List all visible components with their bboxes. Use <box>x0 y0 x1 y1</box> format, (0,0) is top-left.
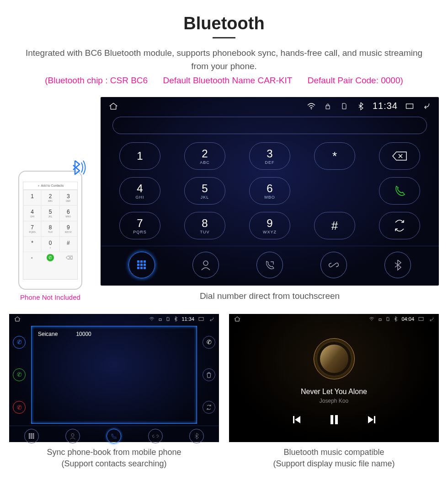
sd-icon <box>340 102 349 111</box>
nav-contacts[interactable] <box>192 252 219 278</box>
backspace-key[interactable] <box>379 142 420 170</box>
list-item[interactable]: Seicane 10000 <box>38 331 190 337</box>
back-icon[interactable] <box>208 316 214 322</box>
phone-key: 0+ <box>41 237 59 252</box>
contact-name: Seicane <box>38 331 58 337</box>
svg-rect-30 <box>293 416 294 423</box>
svg-point-26 <box>71 433 74 436</box>
number-display <box>112 117 427 134</box>
dialer-caption: Dial number direct from touchscreen <box>101 291 439 301</box>
svg-rect-1 <box>326 106 330 109</box>
home-icon[interactable] <box>234 316 241 322</box>
svg-rect-9 <box>137 267 139 269</box>
phone-key: 1 <box>23 190 41 205</box>
nav-contacts[interactable] <box>65 429 80 443</box>
svg-point-0 <box>311 108 312 109</box>
svg-rect-32 <box>335 415 338 424</box>
bluetooth-waves-icon <box>67 156 90 179</box>
back-icon[interactable] <box>421 102 431 111</box>
svg-point-27 <box>372 320 372 320</box>
call-incoming-icon[interactable]: ✆ <box>13 336 26 349</box>
spacer <box>314 177 355 205</box>
svg-rect-16 <box>199 318 203 321</box>
nav-pair[interactable] <box>320 252 347 278</box>
svg-rect-11 <box>144 267 146 269</box>
dial-key-*[interactable]: * <box>314 142 355 170</box>
phone-key: * <box>23 237 41 252</box>
dial-key-1[interactable]: 1 <box>119 142 160 170</box>
dial-key-6[interactable]: 6MBO <box>249 177 290 205</box>
svg-rect-20 <box>29 435 30 437</box>
svg-line-13 <box>332 264 336 266</box>
recent-apps-icon[interactable] <box>198 317 204 321</box>
dial-key-3[interactable]: 3DEF <box>249 142 290 170</box>
svg-rect-4 <box>140 260 143 263</box>
svg-rect-10 <box>140 267 143 269</box>
nav-dialpad[interactable] <box>128 252 155 278</box>
nav-dialpad[interactable] <box>24 429 39 443</box>
swap-key[interactable] <box>379 212 420 239</box>
status-time: 04:04 <box>401 316 414 322</box>
music-caption-1: Bluetooth music compatible <box>283 448 384 457</box>
nav-bluetooth[interactable] <box>384 252 411 278</box>
headunit-dialer: 11:34 12ABC3DEF*4GHI5JKL6MBO7PQRS8TUV9WX… <box>101 97 439 286</box>
home-icon[interactable] <box>109 102 118 111</box>
svg-rect-6 <box>137 264 139 266</box>
pause-button[interactable] <box>330 414 339 425</box>
lock-icon <box>158 317 162 321</box>
svg-rect-28 <box>379 319 381 320</box>
dial-contact-icon[interactable]: ✆ <box>203 336 215 349</box>
lock-icon <box>323 102 332 111</box>
bluetooth-icon <box>394 316 398 322</box>
call-missed-icon[interactable]: ✆ <box>13 401 26 414</box>
phone-key: 7PQRS <box>23 221 41 237</box>
bluetooth-icon <box>356 102 365 111</box>
backspace-icon: ⌫ <box>66 255 71 260</box>
dial-key-4[interactable]: 4GHI <box>119 177 160 205</box>
svg-rect-24 <box>31 437 32 438</box>
sync-icon[interactable] <box>203 401 215 414</box>
call-key[interactable] <box>379 177 420 205</box>
phone-note: Phone Not Included <box>9 293 91 301</box>
music-caption-2: (Support display music file name) <box>273 459 395 468</box>
svg-rect-18 <box>31 433 32 435</box>
next-button[interactable] <box>366 415 376 425</box>
nav-pair[interactable] <box>148 429 163 443</box>
title-underline <box>213 37 235 38</box>
headunit-phonebook: 11:34 ✆ ✆ ✆ Seicane 10000 <box>9 314 219 442</box>
headunit-music: 04:04 Never Let You Alone Joseph Koo <box>229 314 439 442</box>
video-icon: ▪ <box>29 255 35 260</box>
phone-key: 5JKL <box>41 205 59 221</box>
svg-rect-31 <box>331 415 333 424</box>
svg-rect-19 <box>33 433 34 435</box>
dial-key-#[interactable]: # <box>314 212 355 239</box>
nav-recent-calls[interactable] <box>256 252 283 278</box>
previous-button[interactable] <box>292 415 302 425</box>
nav-recent-calls[interactable] <box>107 429 121 443</box>
dial-key-9[interactable]: 9WXYZ <box>249 212 290 239</box>
delete-icon[interactable] <box>203 368 215 381</box>
sd-icon <box>386 317 390 321</box>
svg-rect-29 <box>419 318 423 321</box>
spec-line: (Bluetooth chip : CSR BC6 Default Blueto… <box>9 76 439 86</box>
call-outgoing-icon[interactable]: ✆ <box>13 368 26 381</box>
dial-key-8[interactable]: 8TUV <box>184 212 225 239</box>
dial-key-2[interactable]: 2ABC <box>184 142 225 170</box>
spec-name: Default Bluetooth Name CAR-KIT <box>163 76 292 85</box>
wifi-icon <box>149 317 155 321</box>
contact-list[interactable]: Seicane 10000 <box>31 326 197 424</box>
dial-key-5[interactable]: 5JKL <box>184 177 225 205</box>
dial-key-7[interactable]: 7PQRS <box>119 212 160 239</box>
recent-apps-icon[interactable] <box>405 102 414 111</box>
phonebook-caption-1: Sync phone-book from mobile phone <box>47 448 181 457</box>
svg-rect-21 <box>31 435 32 437</box>
back-icon[interactable] <box>428 316 434 322</box>
nav-bluetooth[interactable] <box>189 429 204 443</box>
home-icon[interactable] <box>14 316 21 322</box>
recent-apps-icon[interactable] <box>418 317 424 321</box>
svg-point-14 <box>152 320 152 320</box>
description: Integrated with BC6 Bluetooth module, su… <box>23 47 425 73</box>
wifi-icon <box>369 317 374 321</box>
status-time: 11:34 <box>181 316 194 322</box>
svg-rect-15 <box>159 319 161 320</box>
